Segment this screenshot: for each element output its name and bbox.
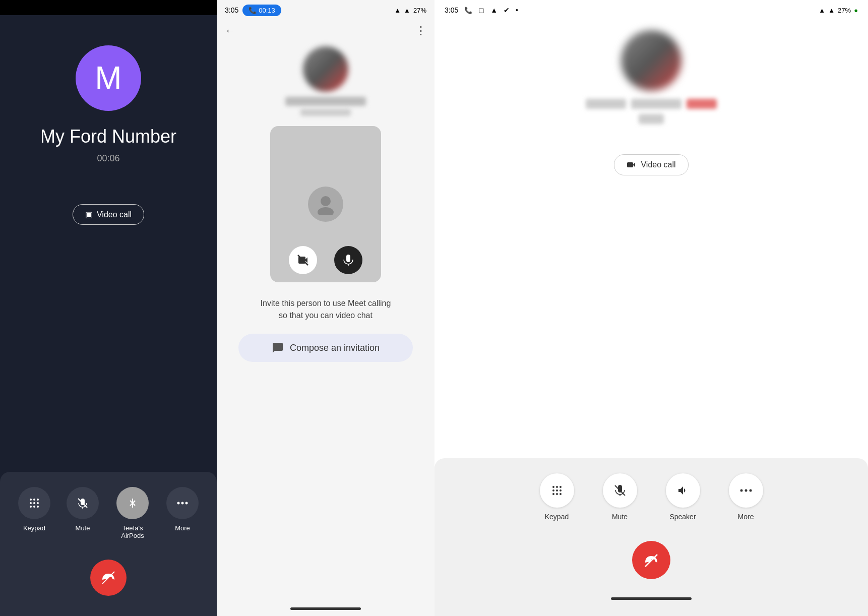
mic-button[interactable] <box>334 246 362 274</box>
svg-point-3 <box>30 502 32 504</box>
mute-label: Mute <box>76 524 90 532</box>
phone3-bottom-controls: Keypad Mute <box>435 458 868 616</box>
battery-text: 27% <box>413 7 426 14</box>
svg-point-23 <box>556 489 558 491</box>
status-left: 3:05 📞 00:13 <box>225 5 281 16</box>
svg-point-4 <box>33 502 35 504</box>
phone3-phone-icon: 📞 <box>464 7 472 14</box>
mute-icon <box>67 487 99 519</box>
svg-point-19 <box>552 486 554 488</box>
svg-point-26 <box>556 493 558 495</box>
call-controls: Keypad Mute <box>10 487 207 539</box>
video-off-button[interactable] <box>289 246 317 274</box>
keypad-button[interactable]: Keypad <box>18 487 50 539</box>
phone3-video-call-label: Video call <box>641 160 675 169</box>
avatar: M <box>76 45 141 111</box>
compose-btn-label: Compose an invitation <box>290 343 380 353</box>
phone3-video-call-button[interactable]: Video call <box>614 154 688 175</box>
home-bar <box>290 607 361 610</box>
back-button[interactable]: ← <box>225 24 236 37</box>
call-duration: 00:06 <box>97 153 119 164</box>
svg-point-21 <box>560 486 562 488</box>
phone3-status-bar: 3:05 📞 ◻ ▲ ✔ • ▲ ▲ 27% ● <box>435 0 868 20</box>
phone3-speaker-button[interactable]: Speaker <box>666 473 700 521</box>
phone3-more-button[interactable]: More <box>729 473 763 521</box>
contact-sub-blurred <box>300 109 351 116</box>
bluetooth-icon <box>116 487 149 519</box>
phone3-keypad-button[interactable]: Keypad <box>540 473 574 521</box>
phone3-status-left: 3:05 📞 ◻ ▲ ✔ • <box>445 6 518 14</box>
svg-point-27 <box>560 493 562 495</box>
phone3-speaker-label: Speaker <box>669 513 696 521</box>
phone2-nav: ← ⋮ <box>217 20 435 41</box>
status-right: ▲ ▲ 27% <box>394 7 426 14</box>
caller-name: My Ford Number <box>40 126 176 147</box>
contact-avatar <box>303 46 348 92</box>
svg-point-20 <box>556 486 558 488</box>
svg-point-11 <box>177 502 180 505</box>
phone3-speaker-icon <box>666 473 700 508</box>
phone3-more-icon <box>729 473 763 508</box>
phone3-time: 3:05 <box>445 6 458 14</box>
phone3-call-controls: Keypad Mute <box>525 473 777 521</box>
phone3-screen: 3:05 📞 ◻ ▲ ✔ • ▲ ▲ 27% ● Video call <box>435 0 868 616</box>
contact-name-blurred <box>285 97 366 106</box>
svg-point-16 <box>318 207 334 215</box>
phone3-wifi-icon: ▲ <box>819 7 825 14</box>
wifi-icon: ▲ <box>394 7 401 14</box>
bluetooth-button[interactable]: Teefa's AirPods <box>115 487 150 539</box>
invite-text: Invite this person to use Meet calling s… <box>255 297 396 322</box>
svg-point-6 <box>30 506 32 508</box>
phone-icon: 📞 <box>249 7 257 14</box>
svg-point-15 <box>321 196 331 206</box>
phone3-name-row2 <box>639 114 664 124</box>
phone2-status-bar: 3:05 📞 00:13 ▲ ▲ 27% <box>217 0 435 20</box>
phone1-status-bar <box>0 0 217 15</box>
video-controls-row <box>270 246 381 274</box>
bluetooth-label: Teefa's AirPods <box>115 524 150 539</box>
more-label: More <box>175 524 190 532</box>
end-call-button[interactable] <box>90 560 127 596</box>
signal-icon: ▲ <box>404 7 410 14</box>
mute-button[interactable]: Mute <box>67 487 99 539</box>
svg-point-1 <box>33 499 35 501</box>
active-call-chip: 📞 00:13 <box>242 5 281 16</box>
svg-point-5 <box>37 502 39 504</box>
keypad-label: Keypad <box>23 524 45 532</box>
phone1-screen: M My Ford Number 00:06 ▣ Video call Keyp… <box>0 0 217 616</box>
svg-point-13 <box>185 502 188 505</box>
phone3-keypad-icon <box>540 473 574 508</box>
phone3-nav-icon: ▲ <box>490 6 498 14</box>
more-icon <box>166 487 199 519</box>
compose-invitation-button[interactable]: Compose an invitation <box>238 334 413 362</box>
phone3-end-call-button[interactable] <box>632 541 670 579</box>
video-camera-icon: ▣ <box>85 210 93 219</box>
svg-point-31 <box>745 489 747 492</box>
name-block2 <box>631 99 681 109</box>
call-timer: 00:13 <box>259 7 275 14</box>
keypad-icon <box>18 487 50 519</box>
phone3-mute-icon <box>603 473 637 508</box>
video-call-button[interactable]: ▣ Video call <box>73 204 144 225</box>
svg-point-0 <box>30 499 32 501</box>
svg-point-7 <box>33 506 35 508</box>
avatar-letter: M <box>95 59 121 97</box>
phone3-signal-icon: ▲ <box>828 7 835 14</box>
svg-point-12 <box>181 502 184 505</box>
phone3-home-bar <box>611 597 692 600</box>
phone3-status-right: ▲ ▲ 27% ● <box>819 7 858 14</box>
svg-point-25 <box>552 493 554 495</box>
svg-point-2 <box>37 499 39 501</box>
phone3-battery-dot: ● <box>854 7 858 14</box>
name-block1 <box>586 99 626 109</box>
more-button[interactable]: More <box>166 487 199 539</box>
phone3-mute-label: Mute <box>612 513 628 521</box>
more-options-button[interactable]: ⋮ <box>415 24 426 37</box>
phone3-check-icon: ✔ <box>504 6 510 14</box>
phone3-mute-button[interactable]: Mute <box>603 473 637 521</box>
phone3-battery-text: 27% <box>838 7 851 14</box>
status-time: 3:05 <box>225 6 238 14</box>
video-call-label: Video call <box>97 210 132 219</box>
phone3-contact-avatar <box>621 30 681 91</box>
phone1-content: M My Ford Number 00:06 ▣ Video call <box>0 15 217 472</box>
